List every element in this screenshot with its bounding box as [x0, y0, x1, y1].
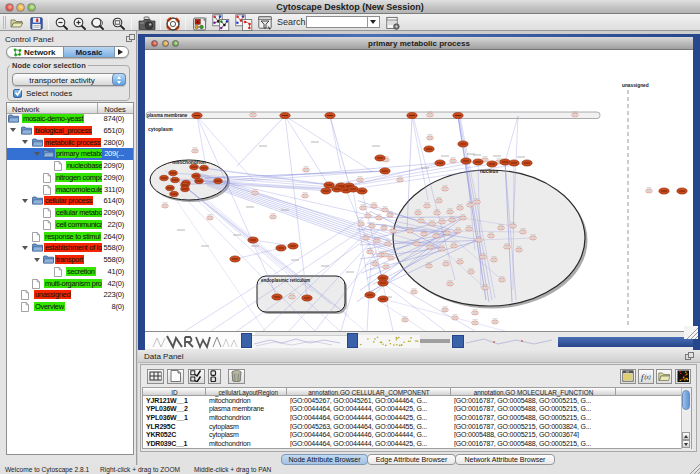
svg-text:cytoplasm: cytoplasm: [148, 126, 173, 132]
svg-text:plasma membrane: plasma membrane: [147, 113, 188, 118]
svg-text:endoplasmic reticulum: endoplasmic reticulum: [261, 278, 310, 283]
svg-text:nucleus: nucleus: [480, 169, 498, 174]
svg-text:mitochondrion: mitochondrion: [172, 160, 206, 165]
svg-text:(x): (x): [645, 374, 651, 381]
svg-text:unassigned: unassigned: [622, 83, 649, 88]
